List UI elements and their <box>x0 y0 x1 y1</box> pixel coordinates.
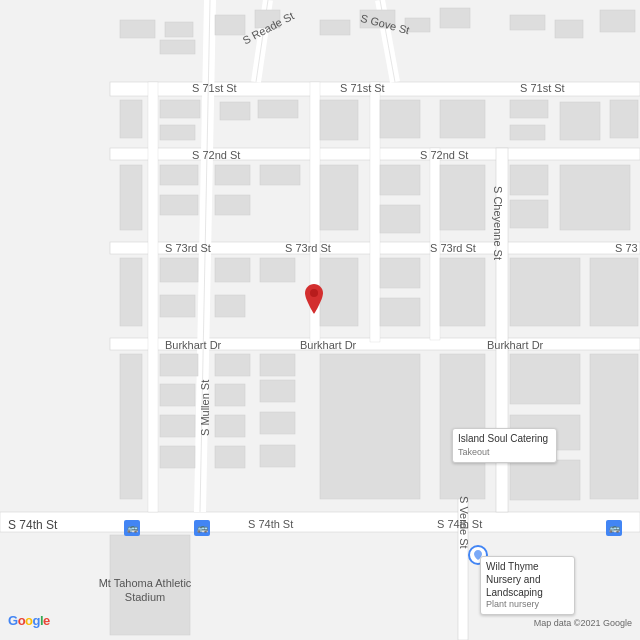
street-label-s73rd-3: S 73rd St <box>430 242 476 254</box>
svg-rect-52 <box>260 258 295 282</box>
street-label-sverde: S Verde St <box>458 496 470 556</box>
svg-rect-10 <box>370 82 380 342</box>
svg-rect-27 <box>220 102 250 120</box>
svg-rect-68 <box>215 415 245 437</box>
location-pin[interactable] <box>302 284 326 316</box>
svg-rect-25 <box>160 100 200 118</box>
stadium-label: Mt Tahoma Athletic Stadium <box>90 576 200 605</box>
svg-rect-14 <box>215 15 245 35</box>
svg-rect-61 <box>120 354 142 499</box>
map-container[interactable]: S 71st St S 71st St S 71st St S 72nd St … <box>0 0 640 640</box>
svg-rect-26 <box>160 125 195 140</box>
street-label-smullen: S Mullen St <box>199 356 211 436</box>
svg-rect-37 <box>160 165 198 185</box>
svg-rect-44 <box>380 205 420 233</box>
island-soul-label[interactable]: Island Soul Catering Takeout <box>452 428 557 463</box>
svg-rect-71 <box>260 380 295 402</box>
island-soul-type: Takeout <box>458 446 551 459</box>
svg-rect-48 <box>560 165 630 230</box>
svg-rect-16 <box>160 40 195 54</box>
svg-rect-46 <box>510 165 548 195</box>
street-label-s71st-2: S 71st St <box>340 82 385 94</box>
svg-rect-54 <box>215 295 245 317</box>
svg-rect-67 <box>160 415 195 437</box>
svg-rect-70 <box>215 446 245 468</box>
svg-rect-29 <box>320 100 358 140</box>
svg-rect-75 <box>440 354 485 499</box>
svg-rect-38 <box>215 165 250 185</box>
svg-rect-47 <box>510 200 548 228</box>
map-roads-svg <box>0 0 640 640</box>
street-label-burkhart-1: Burkhart Dr <box>165 339 221 351</box>
svg-rect-35 <box>610 100 638 138</box>
svg-point-81 <box>310 289 318 297</box>
street-label-burkhart-3: Burkhart Dr <box>487 339 543 351</box>
svg-rect-60 <box>590 258 638 326</box>
svg-rect-34 <box>560 102 600 140</box>
svg-rect-33 <box>510 125 545 140</box>
street-label-s73rd-1: S 73rd St <box>165 242 211 254</box>
street-label-s73rd-2: S 73rd St <box>285 242 331 254</box>
street-label-burkhart-2: Burkhart Dr <box>300 339 356 351</box>
svg-rect-40 <box>160 195 198 215</box>
svg-rect-49 <box>120 258 142 326</box>
svg-rect-64 <box>260 354 295 376</box>
svg-rect-57 <box>380 298 420 326</box>
svg-rect-58 <box>440 258 485 326</box>
google-watermark: Google <box>8 613 50 628</box>
wild-thyme-label[interactable]: Wild Thyme Nursery and Landscaping Plant… <box>480 556 575 615</box>
svg-rect-31 <box>440 100 485 138</box>
svg-rect-1 <box>0 512 640 532</box>
svg-rect-79 <box>590 354 638 499</box>
svg-rect-63 <box>215 354 250 376</box>
svg-rect-24 <box>120 100 142 138</box>
svg-rect-50 <box>160 258 198 282</box>
svg-rect-56 <box>380 258 420 288</box>
svg-rect-42 <box>320 165 358 230</box>
svg-rect-65 <box>160 384 195 406</box>
bus-stop-2[interactable]: 🚌 <box>194 520 210 536</box>
svg-rect-12 <box>120 20 155 38</box>
svg-rect-32 <box>510 100 548 118</box>
svg-rect-30 <box>380 100 420 138</box>
svg-rect-59 <box>510 258 580 326</box>
svg-rect-13 <box>165 22 193 37</box>
svg-rect-45 <box>440 165 485 230</box>
svg-rect-78 <box>510 460 580 500</box>
street-label-s73rd-4: S 73 <box>615 242 638 254</box>
svg-rect-39 <box>260 165 300 185</box>
street-label-s72nd-1: S 72nd St <box>192 149 240 161</box>
svg-rect-17 <box>320 20 350 35</box>
wild-thyme-type: Plant nursery <box>486 599 569 611</box>
svg-rect-28 <box>258 100 298 118</box>
svg-rect-62 <box>160 354 198 376</box>
svg-rect-20 <box>440 8 470 28</box>
street-label-scheyenne: S Cheyenne St <box>492 186 504 266</box>
island-soul-name: Island Soul Catering <box>458 432 551 446</box>
map-data-text: Map data ©2021 Google <box>534 618 632 628</box>
svg-rect-74 <box>320 354 420 499</box>
stadium-name: Mt Tahoma Athletic Stadium <box>99 577 192 603</box>
svg-rect-73 <box>260 445 295 467</box>
svg-rect-23 <box>600 10 635 32</box>
svg-rect-51 <box>215 258 250 282</box>
bus-stop-3[interactable]: 🚌 <box>606 520 622 536</box>
svg-rect-22 <box>555 20 583 38</box>
bus-stop-1[interactable]: 🚌 <box>124 520 140 536</box>
wild-thyme-name: Wild Thyme Nursery and Landscaping <box>486 560 569 599</box>
street-label-s74th-2: S 74th St <box>248 518 293 530</box>
svg-rect-43 <box>380 165 420 195</box>
svg-rect-21 <box>510 15 545 30</box>
street-label-s71st-3: S 71st St <box>520 82 565 94</box>
svg-rect-66 <box>215 384 245 406</box>
svg-rect-69 <box>160 446 195 468</box>
svg-rect-53 <box>160 295 195 317</box>
svg-rect-41 <box>215 195 250 215</box>
street-label-s72nd-2: S 72nd St <box>420 149 468 161</box>
street-label-s71st-1: S 71st St <box>192 82 237 94</box>
google-logo: Google <box>8 613 50 628</box>
svg-rect-8 <box>148 82 158 512</box>
svg-rect-76 <box>510 354 580 404</box>
street-label-s74th-1: S 74th St <box>8 518 57 532</box>
svg-rect-36 <box>120 165 142 230</box>
